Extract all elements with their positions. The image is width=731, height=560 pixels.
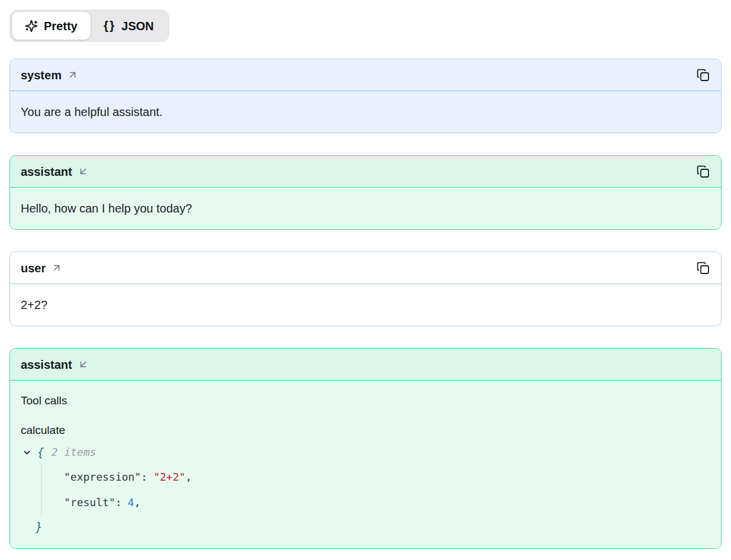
message-header: assistant	[10, 156, 721, 188]
copy-button[interactable]	[696, 261, 710, 275]
conversation-viewer: Pretty {} JSON system	[0, 0, 731, 560]
message-content: Hello, how can I help you today?	[10, 188, 721, 229]
json-entry-result: "result":4,	[64, 490, 710, 515]
json-number-value: 4	[128, 495, 134, 510]
role-label: assistant	[21, 358, 72, 372]
json-tree-close-row: }	[22, 515, 710, 539]
curly-braces-icon: {}	[104, 19, 116, 31]
message-card-system: system You are a helpful assistant.	[9, 59, 722, 133]
tool-name: calculate	[21, 423, 710, 437]
copy-button[interactable]	[696, 68, 710, 82]
message-content: 2+2?	[10, 284, 721, 326]
json-tree-children: "expression":"2+2", "result":4,	[41, 464, 710, 515]
message-card-user: user 2+2?	[9, 252, 722, 326]
arrow-up-right-icon	[67, 69, 78, 81]
tool-calls-section: Tool calls calculate { 2 items "expressi…	[10, 381, 721, 548]
open-brace: {	[37, 445, 44, 459]
json-string-value: "2+2"	[153, 470, 185, 484]
message-card-assistant-tool: assistant Tool calls calculate	[9, 348, 722, 549]
json-comma: ,	[134, 495, 140, 510]
arrow-down-left-icon	[78, 166, 89, 177]
message-header: assistant	[10, 349, 721, 381]
message-header: system	[10, 59, 721, 91]
json-key: "result"	[64, 495, 116, 510]
message-card-assistant: assistant Hello, how can I help you toda…	[9, 155, 722, 230]
view-toggle: Pretty {} JSON	[9, 9, 169, 42]
json-colon: :	[141, 470, 148, 484]
collapse-toggle-chevron-down-icon[interactable]	[22, 448, 32, 458]
items-count: 2 items	[51, 445, 96, 459]
message-header: user	[10, 252, 721, 284]
json-colon: :	[116, 495, 122, 510]
sparkles-icon	[25, 20, 38, 33]
close-brace: }	[36, 520, 42, 534]
pretty-view-button[interactable]: Pretty	[12, 12, 91, 40]
arrow-down-left-icon	[78, 359, 89, 370]
pretty-view-label: Pretty	[44, 20, 78, 32]
json-key: "expression"	[64, 470, 141, 484]
json-comma: ,	[185, 470, 192, 484]
json-view-label: JSON	[121, 20, 153, 32]
arrow-up-right-icon	[51, 262, 62, 273]
json-tree-viewer: { 2 items "expression":"2+2", "result":4…	[21, 440, 710, 539]
copy-button[interactable]	[696, 165, 710, 179]
json-view-button[interactable]: {} JSON	[91, 12, 167, 40]
message-content: You are a helpful assistant.	[10, 91, 721, 133]
json-tree-root-row: { 2 items	[22, 440, 710, 464]
role-label: system	[21, 68, 62, 82]
role-label: user	[21, 261, 46, 275]
json-entry-expression: "expression":"2+2",	[64, 464, 710, 490]
tool-calls-heading: Tool calls	[21, 394, 710, 407]
role-label: assistant	[21, 165, 72, 179]
